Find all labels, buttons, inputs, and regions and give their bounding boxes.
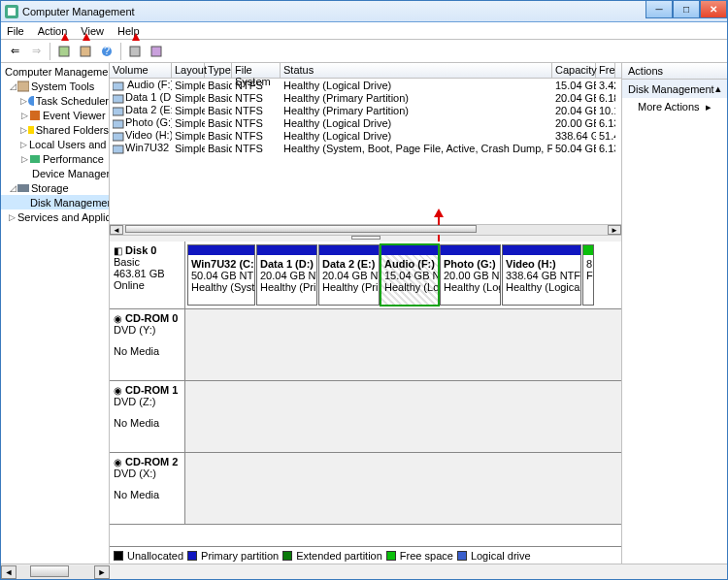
menu-file[interactable]: File	[5, 24, 26, 38]
svg-point-10	[28, 96, 34, 106]
table-row[interactable]: Data 1 (D:)SimpleBasicNTFSHealthy (Prima…	[110, 91, 621, 104]
svg-text:?: ?	[104, 46, 110, 56]
cdrom-icon: ◉	[114, 313, 122, 324]
svg-rect-23	[113, 120, 123, 128]
tree-storage[interactable]: ◿Storage	[1, 180, 109, 195]
svg-rect-7	[151, 47, 161, 56]
svg-rect-3	[81, 47, 90, 56]
table-row[interactable]: Photo (G:)SimpleBasicNTFSHealthy (Logica…	[110, 116, 621, 129]
scroll-right-button[interactable]: ►	[94, 565, 110, 579]
tree-root[interactable]: Computer Management	[1, 64, 109, 79]
svg-rect-25	[113, 145, 123, 153]
toolbar-button-1[interactable]	[54, 42, 74, 61]
legend-swatch-icon	[457, 551, 467, 561]
col-status[interactable]: Status	[281, 63, 552, 78]
volume-grid[interactable]: Audio (F:)SimpleBasicNTFSHealthy (Logica…	[110, 79, 621, 224]
app-icon	[5, 5, 18, 18]
partition[interactable]: Audio (F:)15.04 GB NTFHealthy (Logi	[381, 244, 439, 306]
disk-icon: ◧	[114, 245, 122, 256]
scroll-right-button[interactable]: ►	[608, 225, 621, 235]
svg-rect-1	[8, 8, 16, 16]
toolbar: ⇐ ⇒ ?	[1, 40, 727, 63]
volume-icon	[113, 131, 124, 142]
maximize-button[interactable]: □	[673, 1, 700, 18]
scroll-left-button[interactable]: ◄	[110, 225, 123, 235]
tree-item[interactable]: ▷Task Scheduler	[1, 93, 109, 108]
forward-button[interactable]: ⇒	[26, 42, 46, 61]
disk-layout-pane[interactable]: ◧ Disk 0 Basic 463.81 GB Online Win7U32 …	[110, 242, 621, 546]
help-button[interactable]: ?	[97, 42, 116, 61]
svg-rect-15	[30, 155, 40, 163]
toolbar-button-4[interactable]	[147, 42, 166, 61]
collapse-icon[interactable]: ▴	[715, 82, 721, 95]
disk-info[interactable]: ◉ CD-ROM 0DVD (Y:)No Media	[110, 309, 185, 380]
window-title: Computer Management	[22, 6, 135, 17]
svg-rect-2	[59, 47, 69, 56]
partition[interactable]: Data 2 (E:)20.04 GB NTFSHealthy (Prima	[318, 244, 380, 306]
partition[interactable]: Win7U32 (C:)50.04 GB NTFSHealthy (System…	[187, 244, 255, 306]
col-capacity[interactable]: Capacity	[552, 63, 596, 78]
svg-rect-6	[130, 47, 140, 56]
legend-swatch-icon	[187, 551, 197, 561]
tree-services[interactable]: ▷Services and Applicatio	[1, 209, 109, 224]
col-type[interactable]: Type	[205, 63, 232, 78]
col-filesystem[interactable]: File System	[232, 63, 281, 78]
svg-rect-17	[17, 184, 29, 192]
svg-rect-12	[28, 126, 34, 134]
volume-icon	[113, 93, 124, 104]
tree-scrollbar[interactable]: ◄ ►	[1, 564, 727, 579]
col-volume[interactable]: Volume	[110, 63, 172, 78]
table-row[interactable]: Win7U32 (C:)SimpleBasicNTFSHealthy (Syst…	[110, 142, 621, 154]
actions-header: Actions	[622, 63, 727, 80]
svg-rect-9	[17, 81, 29, 91]
svg-rect-11	[30, 111, 40, 120]
cdrom-icon: ◉	[114, 457, 122, 467]
disk-row[interactable]: ◉ CD-ROM 2DVD (X:)No Media	[110, 453, 621, 525]
svg-rect-21	[113, 95, 123, 103]
partition[interactable]: 8Fr	[582, 244, 594, 306]
tree-item[interactable]: ▷Local Users and Gr	[1, 137, 109, 151]
toolbar-button-3[interactable]	[125, 42, 145, 61]
partition[interactable]: Photo (G:)20.00 GB NTFSHealthy (Logic	[440, 244, 501, 306]
partition[interactable]: Video (H:)338.64 GB NTFSHealthy (Logical…	[502, 244, 581, 306]
back-button[interactable]: ⇐	[5, 42, 24, 61]
table-row[interactable]: Video (H:)SimpleBasicNTFSHealthy (Logica…	[110, 129, 621, 142]
disk-row[interactable]: ◉ CD-ROM 1DVD (Z:)No Media	[110, 381, 621, 453]
svg-rect-22	[113, 108, 123, 115]
disk-row[interactable]: ◧ Disk 0 Basic 463.81 GB Online Win7U32 …	[110, 242, 621, 309]
minimize-button[interactable]: ─	[645, 1, 673, 18]
more-actions-item[interactable]: More Actions▸	[622, 98, 727, 115]
tree-item[interactable]: ▷Shared Folders	[1, 122, 109, 137]
disk-info[interactable]: ◉ CD-ROM 2DVD (X:)No Media	[110, 453, 185, 524]
volume-grid-header[interactable]: Volume Layout Type File System Status Ca…	[110, 63, 621, 79]
table-row[interactable]: Audio (F:)SimpleBasicNTFSHealthy (Logica…	[110, 79, 621, 91]
table-row[interactable]: Data 2 (E:)SimpleBasicNTFSHealthy (Prima…	[110, 104, 621, 116]
tree-system-tools[interactable]: ◿System Tools	[1, 79, 109, 93]
disk-row[interactable]: ◉ CD-ROM 0DVD (Y:)No Media	[110, 309, 621, 381]
close-button[interactable]: ✕	[700, 1, 727, 18]
chevron-right-icon: ▸	[706, 101, 711, 113]
disk-info[interactable]: ◉ CD-ROM 1DVD (Z:)No Media	[110, 381, 185, 452]
horizontal-scrollbar[interactable]: ◄ ►	[110, 224, 621, 236]
title-bar[interactable]: Computer Management ─ □ ✕	[1, 1, 727, 22]
scroll-left-button[interactable]: ◄	[1, 565, 17, 579]
volume-icon	[113, 118, 124, 129]
partition[interactable]: Data 1 (D:)20.04 GB NTFSHealthy (Prima	[256, 244, 317, 306]
legend-swatch-icon	[282, 551, 292, 561]
navigation-tree[interactable]: Computer Management ◿System Tools ▷Task …	[1, 63, 110, 564]
svg-rect-20	[113, 82, 123, 90]
toolbar-button-2[interactable]	[76, 42, 95, 61]
tree-item[interactable]: ▷Performance	[1, 151, 109, 166]
cdrom-icon: ◉	[114, 385, 122, 396]
col-free[interactable]: Fre	[596, 63, 615, 78]
legend-swatch-icon	[114, 551, 123, 561]
disk-info[interactable]: ◧ Disk 0 Basic 463.81 GB Online	[110, 242, 185, 308]
col-layout[interactable]: Layout	[172, 63, 205, 78]
tree-disk-management[interactable]: Disk Management	[1, 195, 109, 209]
menu-bar: File Action View Help	[1, 22, 727, 40]
volume-icon	[113, 144, 124, 154]
volume-icon	[113, 106, 124, 116]
tree-item[interactable]: Device Manager	[1, 166, 109, 180]
tree-item[interactable]: ▷Event Viewer	[1, 108, 109, 122]
actions-section[interactable]: Disk Management▴	[622, 80, 727, 98]
